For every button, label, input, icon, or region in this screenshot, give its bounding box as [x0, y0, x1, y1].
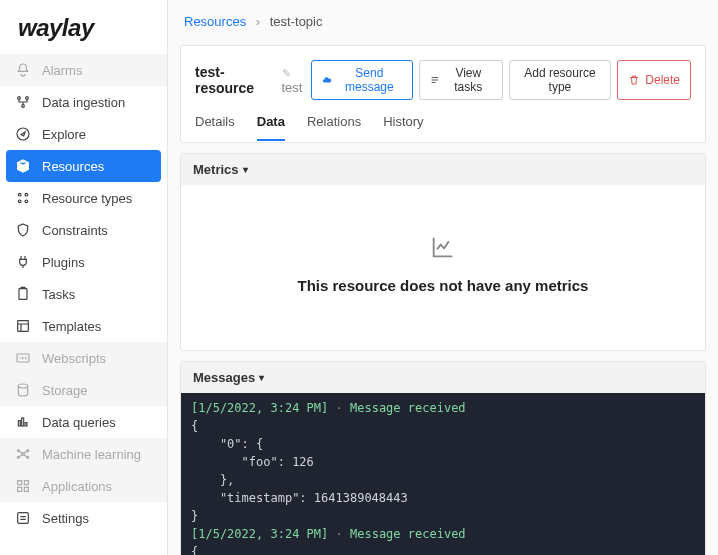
- view-tasks-button[interactable]: View tasks: [419, 60, 502, 100]
- sidebar-item-label: Data queries: [42, 415, 116, 430]
- breadcrumb: Resources › test-topic: [168, 0, 718, 37]
- svg-rect-8: [19, 289, 27, 300]
- sidebar-item-label: Storage: [42, 383, 88, 398]
- list-icon: [430, 74, 440, 86]
- flow-icon: [14, 93, 32, 111]
- title-group: test-resource test: [195, 64, 311, 96]
- storage-icon: [14, 381, 32, 399]
- sidebar: waylay AlarmsData ingestionExploreResour…: [0, 0, 168, 555]
- compass-icon: [14, 125, 32, 143]
- sidebar-item-data-ingestion[interactable]: Data ingestion: [0, 86, 167, 118]
- svg-rect-21: [24, 481, 28, 485]
- sidebar-item-constraints[interactable]: Constraints: [0, 214, 167, 246]
- apps-icon: [14, 477, 32, 495]
- chevron-down-icon: ▾: [259, 372, 264, 383]
- sidebar-item-label: Resource types: [42, 191, 132, 206]
- sidebar-item-machine-learning[interactable]: Machine learning: [0, 438, 167, 470]
- cloud-icon: [322, 74, 332, 86]
- query-icon: [14, 413, 32, 431]
- delete-button[interactable]: Delete: [617, 60, 691, 100]
- shield-icon: [14, 221, 32, 239]
- sidebar-item-tasks[interactable]: Tasks: [0, 278, 167, 310]
- sidebar-item-label: Resources: [42, 159, 104, 174]
- add-resource-type-button[interactable]: Add resource type: [509, 60, 612, 100]
- cube-icon: [14, 157, 32, 175]
- metrics-panel: Metrics ▾ This resource does not have an…: [180, 153, 706, 351]
- tab-relations[interactable]: Relations: [307, 114, 361, 141]
- view-label: View tasks: [445, 66, 492, 94]
- chevron-right-icon: ›: [256, 14, 260, 29]
- resource-name: test-resource: [195, 64, 274, 96]
- sidebar-item-resources[interactable]: Resources: [6, 150, 161, 182]
- svg-point-0: [18, 97, 21, 100]
- metrics-empty: This resource does not have any metrics: [181, 185, 705, 350]
- tabs: DetailsDataRelationsHistory: [195, 114, 691, 142]
- svg-point-5: [25, 193, 28, 196]
- svg-point-11: [18, 384, 27, 388]
- svg-point-7: [25, 200, 28, 203]
- trash-icon: [628, 74, 640, 86]
- delete-label: Delete: [645, 73, 680, 87]
- breadcrumb-root[interactable]: Resources: [184, 14, 246, 29]
- breadcrumb-current: test-topic: [270, 14, 323, 29]
- sidebar-item-alarms[interactable]: Alarms: [0, 54, 167, 86]
- send-message-button[interactable]: Send message: [311, 60, 413, 100]
- sidebar-item-templates[interactable]: Templates: [0, 310, 167, 342]
- sidebar-item-plugins[interactable]: Plugins: [0, 246, 167, 278]
- action-buttons: Send message View tasks Add resource typ…: [311, 60, 691, 100]
- http-icon: [14, 349, 32, 367]
- sidebar-item-label: Alarms: [42, 63, 82, 78]
- messages-panel: Messages ▾ [1/5/2022, 3:24 PM] · Message…: [180, 361, 706, 555]
- svg-point-6: [18, 200, 21, 203]
- metrics-title: Metrics: [193, 162, 239, 177]
- resource-tag[interactable]: test: [282, 65, 311, 95]
- svg-rect-20: [18, 481, 22, 485]
- sidebar-item-label: Tasks: [42, 287, 75, 302]
- tab-data[interactable]: Data: [257, 114, 285, 141]
- metrics-header[interactable]: Metrics ▾: [181, 154, 705, 185]
- chevron-down-icon: ▾: [243, 164, 248, 175]
- sidebar-item-explore[interactable]: Explore: [0, 118, 167, 150]
- svg-rect-9: [18, 321, 29, 332]
- sidebar-item-label: Constraints: [42, 223, 108, 238]
- svg-rect-13: [22, 418, 24, 426]
- tab-history[interactable]: History: [383, 114, 423, 141]
- svg-rect-22: [18, 487, 22, 491]
- logo: waylay: [0, 0, 167, 54]
- svg-rect-24: [18, 513, 29, 524]
- sidebar-item-applications[interactable]: Applications: [0, 470, 167, 502]
- svg-rect-14: [25, 423, 27, 426]
- sidebar-item-label: Data ingestion: [42, 95, 125, 110]
- svg-point-4: [18, 193, 21, 196]
- messages-header[interactable]: Messages ▾: [181, 362, 705, 393]
- sidebar-item-data-queries[interactable]: Data queries: [0, 406, 167, 438]
- svg-point-1: [26, 97, 29, 100]
- chart-icon: [429, 233, 457, 261]
- settings-icon: [14, 509, 32, 527]
- sidebar-item-settings[interactable]: Settings: [0, 502, 167, 534]
- sidebar-item-storage[interactable]: Storage: [0, 374, 167, 406]
- svg-point-2: [22, 105, 25, 108]
- messages-console: [1/5/2022, 3:24 PM] · Message received {…: [181, 393, 705, 555]
- types-icon: [14, 189, 32, 207]
- resource-card: test-resource test Send message View tas…: [180, 45, 706, 143]
- nav: AlarmsData ingestionExploreResourcesReso…: [0, 54, 167, 555]
- bell-icon: [14, 61, 32, 79]
- ml-icon: [14, 445, 32, 463]
- sidebar-item-webscripts[interactable]: Webscripts: [0, 342, 167, 374]
- sidebar-item-label: Settings: [42, 511, 89, 526]
- sidebar-item-label: Plugins: [42, 255, 85, 270]
- main: Resources › test-topic test-resource tes…: [168, 0, 718, 555]
- metrics-empty-text: This resource does not have any metrics: [181, 277, 705, 294]
- tab-details[interactable]: Details: [195, 114, 235, 141]
- clipboard-icon: [14, 285, 32, 303]
- messages-title: Messages: [193, 370, 255, 385]
- sidebar-item-resource-types[interactable]: Resource types: [0, 182, 167, 214]
- template-icon: [14, 317, 32, 335]
- sidebar-item-label: Applications: [42, 479, 112, 494]
- sidebar-item-label: Webscripts: [42, 351, 106, 366]
- send-label: Send message: [337, 66, 403, 94]
- sidebar-item-label: Machine learning: [42, 447, 141, 462]
- sidebar-item-label: Templates: [42, 319, 101, 334]
- sidebar-item-label: Explore: [42, 127, 86, 142]
